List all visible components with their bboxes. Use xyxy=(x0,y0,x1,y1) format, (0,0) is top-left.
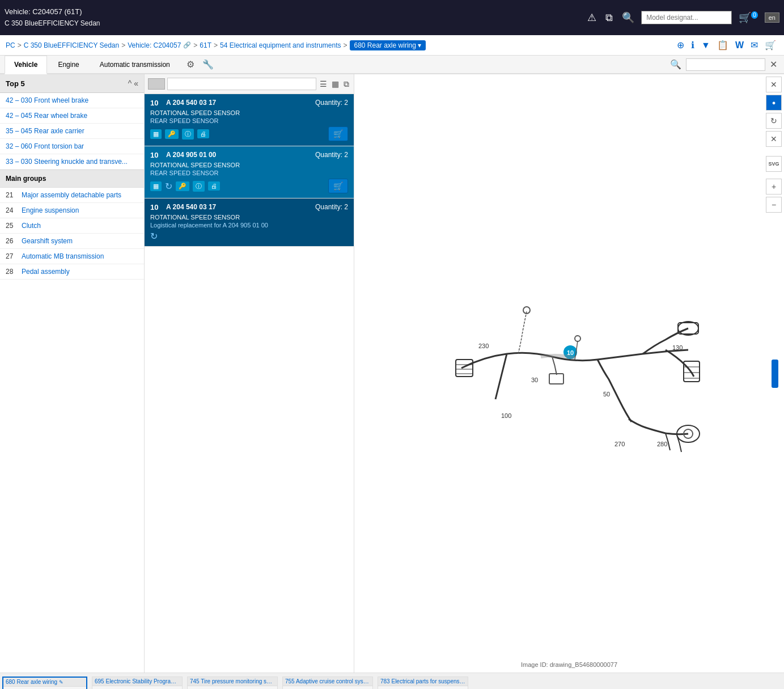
part-number-3: A 204 540 03 17 xyxy=(166,203,315,211)
bc-61t[interactable]: 61T xyxy=(200,41,211,49)
bc-model[interactable]: C 350 BlueEFFICIENCY Sedan xyxy=(24,41,120,49)
tab-settings-icon[interactable]: ⚙ xyxy=(184,58,197,71)
thumbnail-strip: 680 Rear axle wiring ✎ 10 695 Electro xyxy=(0,673,784,689)
tab-engine[interactable]: Engine xyxy=(48,56,88,73)
part-qty-2: Quantity: 2 xyxy=(315,151,348,159)
bc-vehicle-link-icon[interactable]: 🔗 xyxy=(183,41,191,49)
part-print-icon-2[interactable]: 🖨 xyxy=(208,181,220,191)
wis-btn[interactable]: W xyxy=(733,39,746,52)
thumbnail-row: 680 Rear axle wiring ✎ 10 695 Electro xyxy=(0,673,784,689)
tab-tools-icon[interactable]: 🔧 xyxy=(200,58,216,71)
part-list-scroll[interactable]: 10 A 204 540 03 17 Quantity: 2 ROTATIONA… xyxy=(145,94,354,673)
part-info-icon-1[interactable]: ⓘ xyxy=(182,129,194,140)
sidebar-group-21[interactable]: 21 Major assembly detachable parts xyxy=(0,188,144,203)
sidebar-top-item-2[interactable]: 42 – 045 Rear wheel brake xyxy=(0,108,144,124)
thumb-img-755 xyxy=(283,686,372,689)
bc-pc[interactable]: PC xyxy=(6,41,15,49)
svg-text:30: 30 xyxy=(531,377,538,383)
sidebar-group-28[interactable]: 28 Pedal assembly xyxy=(0,264,144,280)
sidebar-top-item-4[interactable]: 32 – 060 Front torsion bar xyxy=(0,139,144,154)
part-pos-1: 10 xyxy=(150,99,162,107)
tab-search-close-btn[interactable]: ✕ xyxy=(768,58,779,71)
svg-export-btn[interactable]: SVG xyxy=(766,156,782,172)
sidebar-top-item-1[interactable]: 42 – 030 Front wheel brake xyxy=(0,93,144,108)
part-search-input[interactable] xyxy=(167,78,316,90)
thumb-label-755: 755 Adaptive cruise control system ✎ xyxy=(283,677,372,686)
image-toolbar: ✕ ● ↻ ✕ SVG + − xyxy=(764,74,784,215)
part-list-area: ☰ ▦ ⧉ 10 A 204 540 03 17 Quantity: 2 ROT… xyxy=(145,74,354,673)
thumb-695[interactable]: 695 Electronic Stability Program (ESP®) … xyxy=(92,677,183,689)
zoom-in-diagram-btn[interactable]: + xyxy=(766,179,782,195)
mail-btn[interactable]: ✉ xyxy=(748,39,760,52)
sidebar-expand-btn[interactable]: « xyxy=(134,79,138,88)
part-key-icon-1[interactable]: 🔑 xyxy=(165,129,179,139)
cart-icon-btn[interactable]: 🛒0 xyxy=(736,10,760,25)
part-qty-3: Quantity: 2 xyxy=(315,203,348,211)
tab-search-input[interactable] xyxy=(686,58,765,71)
thumb-783[interactable]: 783 Electrical parts for suspension ac..… xyxy=(378,677,468,689)
sidebar-group-27[interactable]: 27 Automatic MB transmission xyxy=(0,249,144,264)
thumb-680[interactable]: 680 Rear axle wiring ✎ 10 xyxy=(2,677,87,689)
part-info-icon-2[interactable]: ⓘ xyxy=(193,181,205,192)
thumb-img-783 xyxy=(378,686,468,689)
thumb-img-680: 10 xyxy=(3,687,86,689)
search-icon-btn[interactable]: 🔍 xyxy=(620,10,637,25)
part-list-view-btn[interactable]: ☰ xyxy=(319,78,328,90)
warning-icon-btn[interactable]: ⚠ xyxy=(585,10,599,25)
zoom-out-diagram-btn[interactable]: − xyxy=(766,197,782,213)
sidebar-group-24[interactable]: 24 Engine suspension xyxy=(0,203,144,218)
cross-btn[interactable]: ✕ xyxy=(766,131,782,147)
add-to-cart-btn-1[interactable]: 🛒 xyxy=(328,126,348,141)
sidebar-collapse-btn[interactable]: ^ xyxy=(128,79,132,88)
sidebar-items: 42 – 030 Front wheel brake 42 – 045 Rear… xyxy=(0,93,144,673)
sidebar-group-26[interactable]: 26 Gearshift system xyxy=(0,234,144,249)
thumb-img-695 xyxy=(92,686,182,689)
image-area: ✕ ● ↻ ✕ SVG + − xyxy=(354,74,784,673)
thumb-label-695: 695 Electronic Stability Program (ESP®) … xyxy=(92,677,182,686)
close-diagram-btn[interactable]: ✕ xyxy=(766,77,782,92)
add-to-cart-btn-2[interactable]: 🛒 xyxy=(328,179,348,193)
part-icons-2: ▦ ↻ 🔑 ⓘ 🖨 🛒 xyxy=(150,179,348,193)
bc-dropdown-icon: ▾ xyxy=(418,41,421,49)
diagram-mode-btn[interactable]: ● xyxy=(766,95,782,111)
breadcrumb: PC > C 350 BlueEFFICIENCY Sedan > Vehicl… xyxy=(0,35,784,56)
tab-auto-transmission[interactable]: Automatic transmission xyxy=(90,56,180,73)
tab-vehicle[interactable]: Vehicle xyxy=(5,56,47,74)
shop-btn[interactable]: 🛒 xyxy=(762,39,778,52)
bc-electrical[interactable]: 54 Electrical equipment and instruments xyxy=(220,41,341,49)
model-search-input[interactable] xyxy=(641,11,732,24)
sidebar-header-title: Top 5 xyxy=(6,79,25,88)
doc-btn[interactable]: 📋 xyxy=(715,39,731,52)
vehicle-title-line1: Vehicle: C204057 (61T) xyxy=(5,6,580,18)
tab-search-area: 🔍 ✕ xyxy=(668,58,779,71)
part-print-icon-1[interactable]: 🖨 xyxy=(197,129,209,138)
wiring-diagram-svg: 10 30 50 100 130 230 270 280 xyxy=(427,266,700,481)
bc-vehicle[interactable]: Vehicle: C204057 xyxy=(128,41,181,49)
thumb-755[interactable]: 755 Adaptive cruise control system ✎ xyxy=(282,677,373,689)
svg-text:270: 270 xyxy=(615,441,625,447)
bc-rear-axle[interactable]: 680 Rear axle wiring ▾ xyxy=(350,40,426,50)
sidebar: Top 5 ^ « 42 – 030 Front wheel brake 42 … xyxy=(0,74,145,673)
part-grid-icon-2[interactable]: ▦ xyxy=(150,181,162,191)
zoom-in-btn[interactable]: ⊕ xyxy=(675,39,686,52)
sidebar-top-item-5[interactable]: 33 – 030 Steering knuckle and transve... xyxy=(0,154,144,170)
filter-btn[interactable]: ▼ xyxy=(699,39,713,52)
part-window-btn[interactable]: ⧉ xyxy=(342,78,350,90)
sidebar-main-groups-header: Main groups xyxy=(0,170,144,188)
thumb-745[interactable]: 745 Tire pressure monitoring system ✎ xyxy=(187,677,278,689)
sidebar-top-item-3[interactable]: 35 – 045 Rear axle carrier xyxy=(0,124,144,139)
info-btn[interactable]: ℹ xyxy=(689,39,697,52)
sidebar-group-25[interactable]: 25 Clutch xyxy=(0,218,144,234)
tab-search-icon[interactable]: 🔍 xyxy=(668,58,684,71)
language-btn[interactable]: en xyxy=(765,12,779,23)
part-grid-icon-1[interactable]: ▦ xyxy=(150,129,162,139)
part-image-view-btn[interactable]: ▦ xyxy=(330,78,340,90)
svg-text:130: 130 xyxy=(672,344,683,351)
part-name-1: ROTATIONAL SPEED SENSOR xyxy=(150,109,348,116)
sidebar-header-icons: ^ « xyxy=(128,79,138,88)
part-icons-3: ↻ xyxy=(150,231,348,242)
copy-icon-btn[interactable]: ⧉ xyxy=(603,11,615,25)
rotate-btn[interactable]: ↻ xyxy=(766,113,782,129)
part-key-icon-2[interactable]: 🔑 xyxy=(176,181,189,191)
svg-text:100: 100 xyxy=(501,412,511,419)
